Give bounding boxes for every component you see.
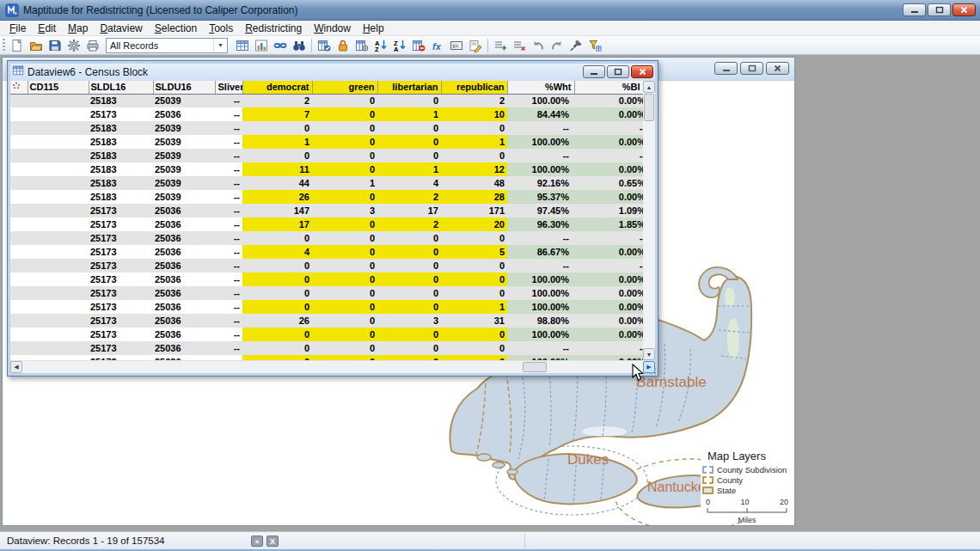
cell-wht[interactable]: -- <box>507 341 574 355</box>
save-button[interactable] <box>46 37 64 54</box>
minimize-button[interactable] <box>903 3 926 16</box>
cell-bl[interactable]: 0.00% <box>574 107 643 121</box>
horizontal-scroll-thumb[interactable] <box>523 362 547 372</box>
cell-bl[interactable]: 0.00% <box>574 94 643 107</box>
cell-sldu16[interactable]: 25036 <box>153 231 215 245</box>
cell-republican[interactable]: 1 <box>441 135 507 149</box>
cell-bl[interactable]: 0.00% <box>574 272 643 286</box>
cell-sliver[interactable]: -- <box>215 314 242 328</box>
formula-fx-button[interactable]: fx <box>428 37 447 54</box>
cell-bl[interactable]: 0.00% <box>574 245 643 259</box>
row-header-cell[interactable] <box>10 272 28 286</box>
cell-democrat[interactable]: 0 <box>242 328 312 341</box>
cell-sldl16[interactable]: 25173 <box>89 286 153 300</box>
cell-cd115[interactable] <box>28 245 89 259</box>
menu-redistricting[interactable]: Redistricting <box>239 21 308 35</box>
cell-republican[interactable]: 0 <box>441 272 507 286</box>
menu-tools[interactable]: Tools <box>203 21 239 35</box>
cell-green[interactable]: 1 <box>312 176 377 190</box>
cell-sldu16[interactable]: 25036 <box>153 245 215 259</box>
corner-header-cell[interactable] <box>10 81 28 94</box>
cell-green[interactable]: 0 <box>312 135 377 149</box>
cell-sldl16[interactable]: 25183 <box>89 94 153 107</box>
cell-cd115[interactable] <box>28 286 89 300</box>
cell-green[interactable]: 0 <box>312 259 377 272</box>
cell-green[interactable]: 0 <box>312 272 377 286</box>
cell-wht[interactable]: -- <box>507 259 574 272</box>
map-minimize-button[interactable] <box>714 62 738 75</box>
lock-button[interactable] <box>334 37 352 54</box>
cell-sldu16[interactable]: 25039 <box>153 94 215 107</box>
cell-republican[interactable]: 0 <box>441 121 507 135</box>
cell-sldu16[interactable]: 25036 <box>153 259 215 272</box>
cell-green[interactable]: 0 <box>312 217 377 231</box>
cell-sliver[interactable]: -- <box>215 272 242 286</box>
scroll-left-button[interactable]: ◀ <box>10 361 22 373</box>
cell-green[interactable]: 0 <box>312 162 377 176</box>
cell-sldu16[interactable]: 25039 <box>153 149 215 162</box>
cell-libertarian[interactable]: 4 <box>377 176 441 190</box>
expression-box-button[interactable]: x= <box>447 37 466 54</box>
cell-republican[interactable]: 0 <box>441 259 507 272</box>
cell-republican[interactable]: 48 <box>441 176 507 190</box>
cell-green[interactable]: 0 <box>312 190 377 204</box>
column-header-libertarian[interactable]: libertarian <box>377 81 441 94</box>
title-bar[interactable]: Maptitude for Redistricting (Licensed to… <box>0 0 980 21</box>
column-header-sliver[interactable]: Sliver <box>215 81 242 94</box>
cell-cd115[interactable] <box>28 314 89 328</box>
cell-sliver[interactable]: -- <box>215 162 242 176</box>
cell-cd115[interactable] <box>28 135 89 149</box>
cell-sliver[interactable]: -- <box>215 135 242 149</box>
cell-sldl16[interactable]: 25183 <box>89 162 153 176</box>
cell-sldu16[interactable]: 25039 <box>153 190 215 204</box>
table-row[interactable]: 2518325039--0000---- <box>10 121 643 135</box>
cell-bl[interactable]: 1.85% <box>574 217 643 231</box>
cell-democrat[interactable]: 0 <box>242 121 312 135</box>
pin-button[interactable] <box>567 37 585 54</box>
cell-green[interactable]: 0 <box>312 328 377 341</box>
table-row[interactable]: 2518325039--2002100.00%0.00% <box>10 94 643 107</box>
cell-sldl16[interactable]: 25173 <box>89 204 153 217</box>
cell-sldl16[interactable]: 25173 <box>89 107 153 121</box>
cell-sliver[interactable]: -- <box>215 341 242 355</box>
cell-democrat[interactable]: 26 <box>242 190 312 204</box>
cell-cd115[interactable] <box>28 328 89 341</box>
cell-bl[interactable]: 0.00% <box>574 286 643 300</box>
vertical-scroll-thumb[interactable] <box>644 94 654 121</box>
cell-libertarian[interactable]: 3 <box>377 314 441 328</box>
cell-democrat[interactable]: 0 <box>242 300 312 314</box>
cell-wht[interactable]: 92.16% <box>507 176 574 190</box>
cell-sliver[interactable]: -- <box>215 149 242 162</box>
restore-button[interactable] <box>928 3 951 16</box>
cell-sldu16[interactable]: 25036 <box>153 107 215 121</box>
chart-button[interactable] <box>252 37 271 54</box>
dataview-window[interactable]: Dataview6 - Census Block CD115SLDL16SLDU… <box>7 60 658 377</box>
horizontal-scrollbar[interactable]: ◀ ▶ <box>10 360 655 373</box>
dataview-close-button[interactable] <box>631 65 653 78</box>
menu-selection[interactable]: Selection <box>149 21 203 35</box>
cell-cd115[interactable] <box>28 176 89 190</box>
redo-button[interactable] <box>548 37 567 54</box>
cell-cd115[interactable] <box>28 217 89 231</box>
row-header-cell[interactable] <box>10 94 28 107</box>
cell-republican[interactable]: 28 <box>441 190 507 204</box>
cell-bl[interactable]: 0.00% <box>574 314 643 328</box>
cell-sliver[interactable]: -- <box>215 286 242 300</box>
menu-file[interactable]: File <box>3 21 32 35</box>
cell-democrat[interactable]: 26 <box>242 314 312 328</box>
status-detach-button[interactable]: » <box>251 536 263 547</box>
fields-check-button[interactable] <box>315 37 334 54</box>
table-row[interactable]: 2517325036--0000100.00%0.00% <box>10 286 643 300</box>
cell-sldl16[interactable]: 25173 <box>89 341 153 355</box>
cell-sldu16[interactable]: 25036 <box>153 272 215 286</box>
chevron-down-icon[interactable]: ▼ <box>213 39 227 52</box>
table-row[interactable]: 2517325036--7011084.44%0.00% <box>10 107 643 121</box>
cell-wht[interactable]: 98.80% <box>507 314 574 328</box>
cell-bl[interactable]: -- <box>574 149 643 162</box>
cell-libertarian[interactable]: 0 <box>377 149 441 162</box>
cell-sliver[interactable]: -- <box>215 94 242 107</box>
table-row[interactable]: 2518325039--0000---- <box>10 149 643 162</box>
cell-cd115[interactable] <box>28 107 89 121</box>
close-button[interactable] <box>952 3 976 16</box>
cell-republican[interactable]: 20 <box>441 217 507 231</box>
